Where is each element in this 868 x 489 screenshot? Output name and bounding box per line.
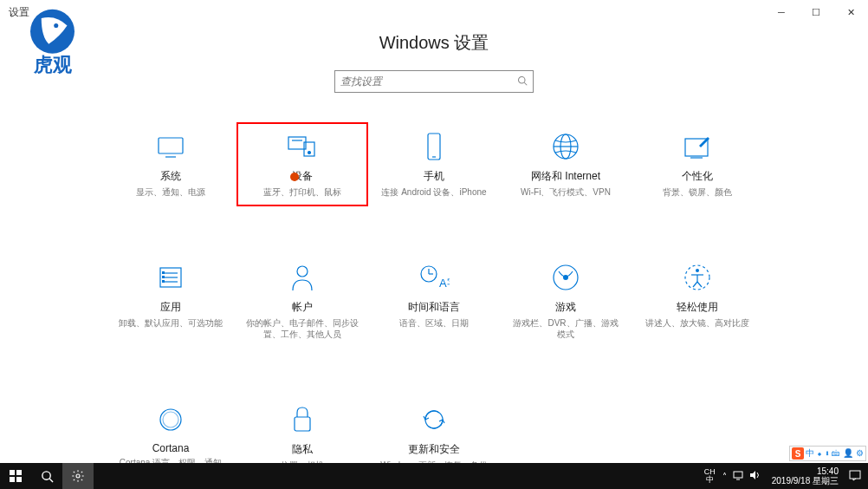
cursor-indicator — [290, 173, 299, 181]
svg-point-45 — [42, 471, 49, 479]
tray-action-center-icon[interactable] — [849, 470, 861, 483]
tile-desc: Wi-Fi、飞行模式、VPN — [521, 186, 611, 198]
tile-devices[interactable]: 设备 蓝牙、打印机、鼠标 — [236, 122, 368, 206]
tile-title: 时间和语言 — [408, 300, 460, 315]
svg-rect-24 — [162, 280, 165, 283]
svg-marker-50 — [750, 471, 755, 479]
svg-rect-43 — [10, 477, 15, 482]
tile-desc: 卸载、默认应用、可选功能 — [119, 317, 223, 329]
tray-chevron-icon[interactable]: ˄ — [722, 472, 727, 481]
phone-icon — [424, 131, 444, 162]
page-header: Windows 设置 — [0, 31, 868, 55]
svg-point-38 — [160, 409, 181, 430]
taskbar: CH 中 ˄ 15:40 2019/9/18 星期三 — [0, 463, 868, 489]
svg-point-33 — [696, 269, 699, 272]
personalization-icon — [682, 131, 713, 162]
gaming-icon — [551, 262, 580, 293]
minimize-button[interactable]: ─ — [764, 0, 799, 24]
tile-title: 应用 — [160, 300, 181, 315]
tile-title: 手机 — [424, 169, 444, 184]
network-icon — [551, 131, 580, 162]
tile-title: 系统 — [160, 169, 181, 184]
time-language-icon: A字 — [418, 262, 450, 293]
svg-line-37 — [697, 282, 702, 287]
search-task-button[interactable] — [31, 463, 62, 489]
svg-point-25 — [297, 266, 308, 277]
tile-title: 更新和安全 — [408, 442, 460, 457]
clock-date: 2019/9/18 星期三 — [772, 476, 839, 486]
svg-rect-41 — [10, 470, 15, 475]
tile-phone[interactable]: 手机 连接 Android 设备、iPhone — [368, 122, 500, 206]
svg-point-31 — [563, 275, 568, 280]
svg-rect-7 — [288, 137, 306, 149]
tile-title: 帐户 — [292, 300, 313, 315]
tile-network[interactable]: 网络和 Internet Wi-Fi、飞行模式、VPN — [500, 122, 632, 206]
svg-line-46 — [49, 479, 53, 482]
system-icon — [155, 131, 186, 162]
svg-rect-22 — [162, 271, 165, 274]
page-title: Windows 设置 — [0, 31, 868, 55]
svg-text:A字: A字 — [439, 277, 450, 290]
svg-point-9 — [308, 152, 311, 154]
svg-rect-5 — [159, 138, 183, 153]
tile-system[interactable]: 系统 显示、通知、电源 — [105, 122, 236, 206]
search-wrap — [0, 70, 868, 93]
tile-title: 轻松使用 — [677, 300, 718, 315]
search-box[interactable] — [334, 70, 534, 93]
tile-desc: 显示、通知、电源 — [136, 186, 205, 198]
tile-title: 个性化 — [682, 169, 713, 184]
update-security-icon — [420, 404, 448, 435]
settings-task-button[interactable] — [62, 463, 94, 489]
settings-grid: 系统 显示、通知、电源 设备 蓝牙、打印机、鼠标 手机 连接 Android 设… — [105, 122, 763, 479]
search-input[interactable] — [340, 75, 517, 88]
maximize-button[interactable]: ☐ — [799, 0, 833, 24]
tray-ime-indicator[interactable]: CH 中 — [704, 468, 716, 484]
tile-title: 游戏 — [555, 300, 576, 315]
cortana-icon — [157, 404, 185, 435]
search-icon — [517, 74, 528, 89]
taskbar-clock[interactable]: 15:40 2019/9/18 星期三 — [767, 466, 844, 486]
tile-desc: 语音、区域、日期 — [399, 317, 469, 329]
start-button[interactable] — [0, 463, 31, 489]
svg-point-39 — [163, 412, 178, 427]
tile-desc: 背景、锁屏、颜色 — [663, 186, 732, 198]
tile-title: 网络和 Internet — [531, 169, 600, 184]
svg-point-3 — [519, 77, 526, 84]
svg-rect-40 — [295, 417, 310, 431]
ease-of-access-icon — [683, 262, 712, 293]
titlebar: 设置 ─ ☐ ✕ — [0, 0, 868, 24]
ime-logo-icon: S — [792, 447, 804, 460]
tile-desc: 讲述人、放大镜、高对比度 — [645, 317, 749, 329]
svg-rect-23 — [162, 276, 165, 278]
tile-gaming[interactable]: 游戏 游戏栏、DVR、广播、游戏模式 — [500, 253, 632, 349]
tile-apps[interactable]: 应用 卸载、默认应用、可选功能 — [105, 253, 236, 349]
ime-float-text: 中 ⬥ ⬇ 🖮 👤 ⚙ — [806, 447, 864, 460]
svg-text:虎观: 虎观 — [33, 54, 73, 75]
tile-personalization[interactable]: 个性化 背景、锁屏、颜色 — [632, 122, 763, 206]
svg-rect-11 — [428, 134, 440, 160]
tile-title: 隐私 — [292, 442, 313, 457]
svg-rect-51 — [850, 471, 860, 479]
svg-rect-42 — [16, 470, 22, 475]
svg-point-47 — [76, 474, 80, 478]
apps-icon — [157, 262, 185, 293]
tray-network-icon[interactable] — [732, 470, 744, 482]
system-tray: CH 中 ˄ 15:40 2019/9/18 星期三 — [704, 466, 868, 486]
watermark-logo: 虎观 — [16, 3, 89, 77]
close-button[interactable]: ✕ — [833, 0, 868, 24]
tray-volume-icon[interactable] — [749, 470, 761, 482]
ime-float-badge[interactable]: S 中 ⬥ ⬇ 🖮 👤 ⚙ — [789, 446, 866, 461]
clock-time: 15:40 — [772, 466, 839, 476]
svg-rect-44 — [16, 477, 22, 482]
tile-ease-of-access[interactable]: 轻松使用 讲述人、放大镜、高对比度 — [632, 253, 763, 349]
tile-time-language[interactable]: A字 时间和语言 语音、区域、日期 — [368, 253, 500, 349]
tile-accounts[interactable]: 帐户 你的帐户、电子邮件、同步设置、工作、其他人员 — [236, 253, 368, 349]
svg-point-1 — [54, 23, 58, 28]
tile-desc: 蓝牙、打印机、鼠标 — [263, 186, 341, 198]
svg-rect-48 — [734, 472, 742, 478]
tile-desc: 连接 Android 设备、iPhone — [381, 186, 486, 198]
tile-desc: 游戏栏、DVR、广播、游戏模式 — [509, 317, 622, 340]
tile-desc: 你的帐户、电子邮件、同步设置、工作、其他人员 — [246, 317, 359, 340]
devices-icon — [285, 131, 320, 162]
accounts-icon — [289, 262, 315, 293]
